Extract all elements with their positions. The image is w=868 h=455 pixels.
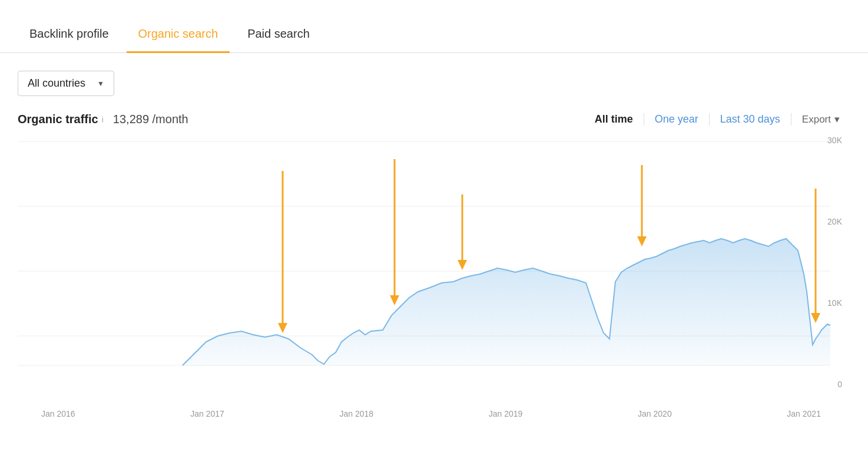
y-label-20k: 20K bbox=[827, 217, 842, 226]
traffic-value: 13,289 /month bbox=[113, 113, 595, 126]
info-icon[interactable]: i bbox=[102, 115, 104, 124]
chart-title: Organic traffic bbox=[18, 113, 98, 126]
countries-label: All countries bbox=[28, 77, 85, 90]
export-button[interactable]: Export ▾ bbox=[791, 113, 850, 126]
tab-organic[interactable]: Organic search bbox=[127, 21, 230, 53]
x-axis-labels: Jan 2016 Jan 2017 Jan 2018 Jan 2019 Jan … bbox=[41, 409, 821, 418]
traffic-number: 13,289 bbox=[113, 113, 149, 126]
y-label-0: 0 bbox=[837, 380, 842, 389]
y-label-30k: 30K bbox=[827, 136, 842, 145]
y-axis-labels: 30K 20K 10K 0 bbox=[827, 136, 842, 389]
svg-marker-14 bbox=[811, 313, 820, 323]
svg-marker-12 bbox=[637, 236, 647, 246]
x-label-2019: Jan 2019 bbox=[489, 409, 523, 418]
filter-last-30[interactable]: Last 30 days bbox=[710, 113, 791, 126]
traffic-unit: /month bbox=[153, 113, 188, 126]
filter-all-time[interactable]: All time bbox=[595, 113, 644, 126]
x-label-2016: Jan 2016 bbox=[41, 409, 75, 418]
filter-one-year[interactable]: One year bbox=[644, 113, 710, 126]
tab-paid[interactable]: Paid search bbox=[236, 21, 322, 53]
time-filters: All time One year Last 30 days Export ▾ bbox=[595, 113, 850, 126]
x-label-2018: Jan 2018 bbox=[340, 409, 374, 418]
content-area: All countries ▼ Organic traffic i 13,289… bbox=[0, 53, 868, 424]
x-label-2020: Jan 2020 bbox=[638, 409, 672, 418]
svg-marker-6 bbox=[278, 323, 287, 333]
svg-marker-10 bbox=[458, 260, 467, 270]
countries-dropdown[interactable]: All countries ▼ bbox=[18, 71, 114, 96]
chart-container: 30K 20K 10K 0 Jan 2016 Jan 2017 Jan 2018… bbox=[18, 136, 850, 418]
y-label-10k: 10K bbox=[827, 298, 842, 308]
svg-marker-8 bbox=[390, 295, 399, 305]
dropdown-arrow-icon: ▼ bbox=[97, 80, 104, 88]
tab-backlink[interactable]: Backlink profile bbox=[18, 21, 121, 53]
export-label: Export bbox=[802, 114, 831, 126]
chart-header: Organic traffic i 13,289 /month All time… bbox=[18, 113, 850, 126]
x-label-2017: Jan 2017 bbox=[190, 409, 224, 418]
export-arrow-icon: ▾ bbox=[834, 113, 840, 126]
tabs-bar: Backlink profile Organic search Paid sea… bbox=[0, 0, 868, 53]
x-label-2021: Jan 2021 bbox=[787, 409, 821, 418]
chart-svg bbox=[18, 136, 850, 395]
